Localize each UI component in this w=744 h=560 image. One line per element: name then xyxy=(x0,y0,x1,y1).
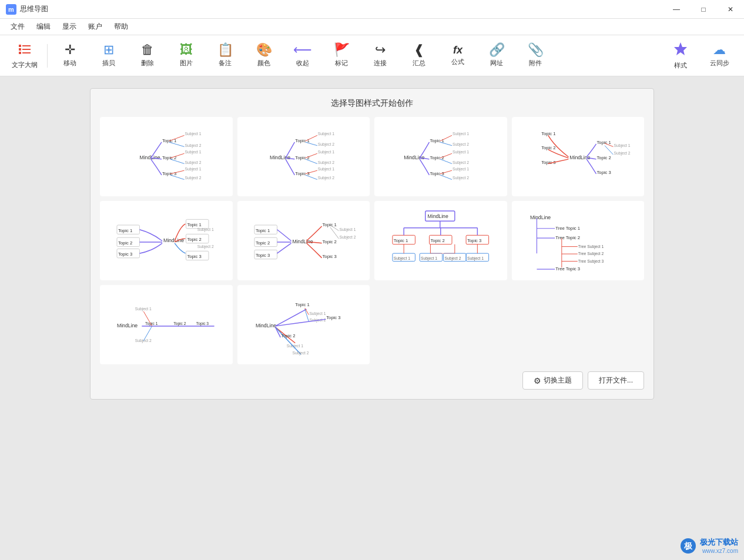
image-icon: 🖼 xyxy=(180,43,193,56)
svg-rect-0 xyxy=(19,45,21,47)
tool-style-label: 样式 xyxy=(674,61,687,70)
template-card-6[interactable]: MindLine Topic 1 Topic 2 Topic 3 Topic 1… xyxy=(237,201,370,280)
svg-text:Subject 1: Subject 1 xyxy=(317,132,334,136)
svg-text:Subject 2: Subject 2 xyxy=(197,244,214,249)
tool-image[interactable]: 🖼 图片 xyxy=(167,38,205,73)
svg-text:Subject 1: Subject 1 xyxy=(185,132,202,136)
tool-connect[interactable]: ↪ 连接 xyxy=(361,38,399,73)
tool-style[interactable]: 样式 xyxy=(662,38,699,73)
template-card-3[interactable]: MindLine Topic 1 Subject 1 Subject 2 Top… xyxy=(374,117,507,196)
template-card-5[interactable]: MindLine Topic 1 Topic 2 Topic 3 Topic 1… xyxy=(100,201,233,280)
svg-line-139 xyxy=(275,309,306,326)
svg-text:Subject 2: Subject 2 xyxy=(185,143,202,148)
tool-summary[interactable]: ❰ 汇总 xyxy=(400,38,438,73)
svg-text:Topic 2: Topic 2 xyxy=(118,240,132,246)
tool-insert[interactable]: ⊞ 插贝 xyxy=(90,38,128,73)
menu-help[interactable]: 帮助 xyxy=(109,20,133,33)
svg-text:Topic 3: Topic 3 xyxy=(322,254,336,259)
connect-icon: ↪ xyxy=(375,43,386,56)
svg-text:MindLine: MindLine xyxy=(428,213,448,219)
note-icon: 📋 xyxy=(217,43,233,56)
tool-outline[interactable]: 文字大纲 xyxy=(6,38,43,73)
tool-collapse-label: 收起 xyxy=(296,59,309,68)
svg-text:Subject 2: Subject 2 xyxy=(135,338,152,343)
tool-move[interactable]: ✛ 移动 xyxy=(51,38,89,73)
main-area: 选择导图样式开始创作 MindLine Topic 1 Subject 1 Su… xyxy=(0,76,744,560)
move-icon: ✛ xyxy=(65,43,75,56)
svg-text:Topic 1: Topic 1 xyxy=(596,140,611,145)
outline-icon xyxy=(18,42,32,58)
title-bar: m 思维导图 — □ ✕ xyxy=(0,0,744,19)
svg-rect-3 xyxy=(22,49,31,50)
maximize-button[interactable]: □ xyxy=(690,0,717,19)
mark-icon: 🚩 xyxy=(334,43,350,56)
tool-attachment[interactable]: 📎 附件 xyxy=(517,38,554,73)
tool-formula[interactable]: fx 公式 xyxy=(439,38,477,73)
svg-line-37 xyxy=(305,175,317,180)
tool-image-label: 图片 xyxy=(180,59,193,68)
svg-text:Subject 2: Subject 2 xyxy=(317,142,334,147)
svg-text:Topic 1: Topic 1 xyxy=(255,228,269,233)
svg-marker-6 xyxy=(674,42,687,55)
menu-display[interactable]: 显示 xyxy=(58,20,81,33)
svg-text:Topic 2: Topic 2 xyxy=(295,155,309,160)
tool-delete[interactable]: 🗑 删除 xyxy=(129,38,166,73)
template-dialog: 选择导图样式开始创作 MindLine Topic 1 Subject 1 Su… xyxy=(90,88,654,400)
svg-text:Topic 3: Topic 3 xyxy=(326,315,340,320)
tool-color-label: 颜色 xyxy=(257,59,270,68)
menu-edit[interactable]: 编辑 xyxy=(32,20,55,33)
tool-delete-label: 删除 xyxy=(141,59,154,68)
menu-file[interactable]: 文件 xyxy=(6,20,29,33)
svg-line-33 xyxy=(285,159,294,175)
svg-text:Subject 2: Subject 2 xyxy=(453,176,469,181)
svg-text:Topic 3: Topic 3 xyxy=(162,171,176,176)
svg-text:Topic 3: Topic 3 xyxy=(596,170,611,175)
svg-line-25 xyxy=(305,142,317,146)
tool-formula-label: 公式 xyxy=(451,58,464,66)
tool-collapse[interactable]: ⟵ 收起 xyxy=(284,38,321,73)
svg-text:Topic 3: Topic 3 xyxy=(118,252,132,257)
tool-note[interactable]: 📋 备注 xyxy=(206,38,244,73)
menu-account[interactable]: 账户 xyxy=(83,20,107,33)
svg-text:Subject 1: Subject 1 xyxy=(421,256,437,261)
tool-url[interactable]: 🔗 网址 xyxy=(478,38,515,73)
svg-text:Topic 3: Topic 3 xyxy=(467,238,481,243)
template-card-2[interactable]: MindLine Topic 1 Subject 1 Subject 2 Top… xyxy=(237,117,370,196)
svg-text:Subject 1: Subject 1 xyxy=(135,307,152,311)
template-card-4[interactable]: MindLine Topic 1 Subject 1 Subject 2 Top… xyxy=(512,117,645,196)
svg-text:Topic 3: Topic 3 xyxy=(255,253,269,258)
template-card-7[interactable]: MindLine Topic 1 Topic 2 Topic 3 xyxy=(374,201,507,280)
svg-text:Subject 1: Subject 1 xyxy=(453,132,469,136)
svg-rect-2 xyxy=(19,48,21,51)
svg-text:Subject 1: Subject 1 xyxy=(309,311,326,316)
close-button[interactable]: ✕ xyxy=(717,0,744,19)
svg-text:MindLine: MindLine xyxy=(529,214,550,220)
svg-text:Topic 2: Topic 2 xyxy=(255,240,269,246)
template-card-8[interactable]: MindLine Tree Topic 1 Tree Topic 2 Tree … xyxy=(512,201,645,280)
tool-insert-label: 插贝 xyxy=(102,59,115,68)
switch-theme-button[interactable]: ⚙ 切换主题 xyxy=(522,371,583,390)
svg-text:Topic 1: Topic 1 xyxy=(295,302,309,307)
svg-text:Tree Subject 2: Tree Subject 2 xyxy=(578,252,604,256)
svg-text:Topic 2: Topic 2 xyxy=(430,238,444,243)
svg-text:Topic 2: Topic 2 xyxy=(281,333,295,338)
template-card-9[interactable]: MindLine Topic 1 Subject 1 Subject 2 Top… xyxy=(100,285,233,364)
tool-cloudsync[interactable]: ☁ 云同步 xyxy=(701,38,738,73)
insert-icon: ⊞ xyxy=(103,43,114,56)
open-file-button[interactable]: 打开文件... xyxy=(588,371,644,390)
template-card-1[interactable]: MindLine Topic 1 Subject 1 Subject 2 Top… xyxy=(100,117,233,196)
template-card-10[interactable]: MindLine Topic 1 Subject 1 Subject 2 Top… xyxy=(237,285,370,364)
tool-outline-label: 文字大纲 xyxy=(12,61,38,69)
open-file-label: 打开文件... xyxy=(599,375,633,385)
style-icon xyxy=(673,41,688,59)
svg-text:Subject 2: Subject 2 xyxy=(292,351,309,356)
tool-mark[interactable]: 🚩 标记 xyxy=(323,38,360,73)
tool-color[interactable]: 🎨 颜色 xyxy=(245,38,283,73)
watermark-sitename: 极光下载站 xyxy=(700,537,738,548)
cloud-icon: ☁ xyxy=(713,43,726,56)
svg-text:Subject 2: Subject 2 xyxy=(444,256,461,261)
svg-text:Topic 3: Topic 3 xyxy=(187,254,201,259)
tool-move-label: 移动 xyxy=(63,59,76,68)
svg-text:Subject 1: Subject 1 xyxy=(453,150,469,155)
minimize-button[interactable]: — xyxy=(663,0,690,19)
